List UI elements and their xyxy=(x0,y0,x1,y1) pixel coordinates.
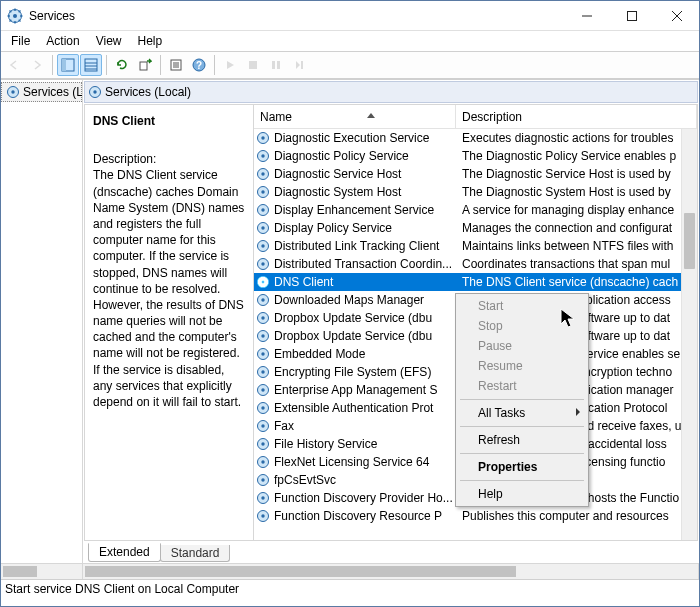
column-header-description[interactable]: Description xyxy=(456,105,697,128)
service-name: Downloaded Maps Manager xyxy=(274,293,424,307)
chevron-right-icon xyxy=(576,408,580,416)
service-name: Dropbox Update Service (dbu xyxy=(274,311,432,325)
service-desc: The Diagnostic Service Host is used by xyxy=(462,167,671,181)
service-row[interactable]: Distributed Link Tracking ClientMaintain… xyxy=(254,237,697,255)
menu-action[interactable]: Action xyxy=(40,33,85,49)
ctx-help[interactable]: Help xyxy=(458,484,586,504)
svg-point-58 xyxy=(261,334,264,337)
scrollbar-thumb[interactable] xyxy=(684,213,695,269)
service-name: Diagnostic Policy Service xyxy=(274,149,409,163)
tab-extended[interactable]: Extended xyxy=(88,543,161,562)
ctx-all-tasks[interactable]: All Tasks xyxy=(458,403,586,423)
window-title: Services xyxy=(29,9,564,23)
svg-point-66 xyxy=(261,406,264,409)
service-row[interactable]: Distributed Transaction Coordin...Coordi… xyxy=(254,255,697,273)
title-bar: Services xyxy=(1,1,699,31)
gear-icon xyxy=(6,85,20,99)
service-name: Diagnostic Service Host xyxy=(274,167,401,181)
gear-icon xyxy=(88,85,102,99)
tree-root-label: Services (L xyxy=(23,85,83,99)
service-name: Dropbox Update Service (dbu xyxy=(274,329,432,343)
maximize-button[interactable] xyxy=(609,1,654,31)
service-row[interactable]: Diagnostic System HostThe Diagnostic Sys… xyxy=(254,183,697,201)
svg-point-36 xyxy=(261,136,264,139)
minimize-button[interactable] xyxy=(564,1,609,31)
service-name: fpCsEvtSvc xyxy=(274,473,336,487)
service-name: Display Enhancement Service xyxy=(274,203,434,217)
service-row[interactable]: Diagnostic Service HostThe Diagnostic Se… xyxy=(254,165,697,183)
pause-button[interactable] xyxy=(265,54,287,76)
svg-point-38 xyxy=(261,154,264,157)
export-button[interactable] xyxy=(134,54,156,76)
svg-point-64 xyxy=(261,388,264,391)
service-row[interactable]: DNS ClientThe DNS Client service (dnscac… xyxy=(254,273,697,291)
svg-point-56 xyxy=(261,316,264,319)
service-name: Embedded Mode xyxy=(274,347,365,361)
service-name: Distributed Link Tracking Client xyxy=(274,239,439,253)
tab-standard[interactable]: Standard xyxy=(160,545,231,562)
service-row[interactable]: Diagnostic Execution ServiceExecutes dia… xyxy=(254,129,697,147)
help-button[interactable]: ? xyxy=(188,54,210,76)
service-row[interactable]: Display Policy ServiceManages the connec… xyxy=(254,219,697,237)
nav-forward-button[interactable] xyxy=(26,54,48,76)
svg-point-54 xyxy=(261,298,264,301)
properties-button[interactable] xyxy=(165,54,187,76)
svg-point-46 xyxy=(261,226,264,229)
svg-point-70 xyxy=(261,442,264,445)
close-button[interactable] xyxy=(654,1,699,31)
tree-root-services[interactable]: Services (L xyxy=(1,82,82,102)
refresh-button[interactable] xyxy=(111,54,133,76)
nav-back-button[interactable] xyxy=(3,54,25,76)
svg-rect-11 xyxy=(627,11,636,20)
column-desc-label: Description xyxy=(462,110,522,124)
ctx-start: Start xyxy=(458,296,586,316)
svg-rect-30 xyxy=(301,61,303,69)
context-menu: Start Stop Pause Resume Restart All Task… xyxy=(455,293,589,507)
list-header: Name Description xyxy=(254,105,697,129)
service-desc: Manages the connection and configurat xyxy=(462,221,672,235)
column-name-label: Name xyxy=(260,110,292,124)
view-tabs: Extended Standard xyxy=(84,542,698,562)
svg-point-1 xyxy=(13,14,17,18)
toolbar: ? xyxy=(1,51,699,79)
panel-header: Services (Local) xyxy=(84,81,698,103)
service-desc: The Diagnostic Policy Service enables p xyxy=(462,149,676,163)
svg-point-42 xyxy=(261,190,264,193)
service-row[interactable]: Display Enhancement ServiceA service for… xyxy=(254,201,697,219)
service-desc: Publishes this computer and resources xyxy=(462,509,669,523)
play-button[interactable] xyxy=(219,54,241,76)
services-app-icon xyxy=(7,8,23,24)
service-row[interactable]: Function Discovery Resource PPublishes t… xyxy=(254,507,697,525)
menu-view[interactable]: View xyxy=(90,33,128,49)
service-name: FlexNet Licensing Service 64 xyxy=(274,455,429,469)
svg-point-74 xyxy=(261,478,264,481)
svg-point-60 xyxy=(261,352,264,355)
service-description: The DNS Client service (dnscache) caches… xyxy=(93,167,245,410)
column-header-name[interactable]: Name xyxy=(254,105,456,128)
stop-button[interactable] xyxy=(242,54,264,76)
menu-help[interactable]: Help xyxy=(132,33,169,49)
service-row[interactable]: Diagnostic Policy ServiceThe Diagnostic … xyxy=(254,147,697,165)
description-label: Description: xyxy=(93,151,245,167)
selected-service-name: DNS Client xyxy=(93,113,245,129)
service-name: Function Discovery Provider Ho... xyxy=(274,491,453,505)
menu-file[interactable]: File xyxy=(5,33,36,49)
service-desc: Executes diagnostic actions for troubles xyxy=(462,131,673,145)
show-tree-button[interactable] xyxy=(57,54,79,76)
tree-hscroll[interactable] xyxy=(1,564,83,579)
service-name: Display Policy Service xyxy=(274,221,392,235)
ctx-pause: Pause xyxy=(458,336,586,356)
svg-rect-29 xyxy=(277,61,280,69)
status-bar: Start service DNS Client on Local Comput… xyxy=(1,579,699,597)
svg-text:?: ? xyxy=(196,60,202,71)
restart-button[interactable] xyxy=(288,54,310,76)
service-name: File History Service xyxy=(274,437,377,451)
ctx-properties[interactable]: Properties xyxy=(458,457,586,477)
menu-bar: File Action View Help xyxy=(1,31,699,51)
show-detail-button[interactable] xyxy=(80,54,102,76)
svg-point-62 xyxy=(261,370,264,373)
svg-point-44 xyxy=(261,208,264,211)
ctx-refresh[interactable]: Refresh xyxy=(458,430,586,450)
vertical-scrollbar[interactable] xyxy=(681,129,697,540)
content-hscroll[interactable] xyxy=(83,564,699,579)
